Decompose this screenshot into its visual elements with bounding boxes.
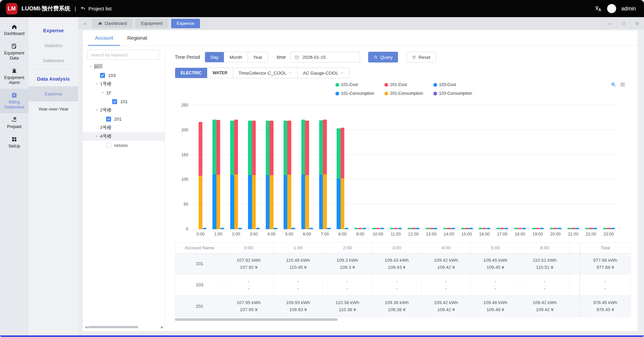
tree-node-2号楼[interactable]: 2号楼 — [87, 106, 160, 115]
sidebar-item-billing-settlement[interactable]: Billing Settlement — [0, 89, 29, 113]
bar-segment[interactable] — [443, 228, 447, 229]
bar-segment[interactable] — [362, 228, 366, 229]
bar-segment[interactable] — [469, 228, 473, 229]
bar-segment[interactable] — [611, 228, 615, 229]
tree-node-3号楼[interactable]: 3号楼 — [87, 123, 160, 132]
reset-button[interactable]: Reset — [406, 52, 436, 62]
bar-segment[interactable] — [323, 120, 327, 174]
translate-icon[interactable] — [595, 5, 602, 12]
bar-segment[interactable] — [266, 121, 270, 175]
bar-segment[interactable] — [309, 228, 313, 229]
bar-segment[interactable] — [429, 228, 433, 229]
dropdown-ac-gauge-cool[interactable]: AC Gauge-COOL — [297, 68, 349, 78]
legend-item-101-cost[interactable]: 101-Cost — [335, 82, 384, 88]
user-avatar[interactable] — [607, 4, 616, 13]
bar-segment[interactable] — [301, 120, 305, 174]
sidebar-item-dashboard[interactable]: Dashboard — [0, 20, 29, 40]
bar-segment[interactable] — [500, 228, 504, 229]
bar-segment[interactable] — [319, 175, 323, 229]
bar-segment[interactable] — [376, 228, 380, 229]
tree-node-1号楼[interactable]: 1号楼 — [87, 80, 160, 88]
bar-segment[interactable] — [461, 228, 465, 229]
tree-node-1f[interactable]: 1F — [87, 88, 160, 97]
bar-segment[interactable] — [284, 175, 288, 229]
bar-segment[interactable] — [465, 228, 469, 229]
bar-segment[interactable] — [496, 228, 500, 229]
bar-segment[interactable] — [230, 121, 234, 175]
bar-segment[interactable] — [269, 175, 274, 229]
tabs-scroll-left-icon[interactable]: « — [80, 20, 90, 27]
tree-node-101[interactable]: 101 — [87, 97, 160, 106]
scroll-thumb[interactable] — [88, 326, 138, 328]
bar-segment[interactable] — [415, 228, 419, 229]
bar-segment[interactable] — [345, 228, 349, 229]
bar-segment[interactable] — [248, 175, 252, 229]
sidebar-item-equipment-data[interactable]: Equipment Data — [0, 40, 29, 64]
table-hscrollbar-thumb[interactable] — [175, 318, 338, 321]
bar-segment[interactable] — [603, 228, 607, 229]
bar-segment[interactable] — [319, 120, 323, 175]
bar-segment[interactable] — [514, 228, 518, 229]
period-month-button[interactable]: Month — [224, 52, 248, 62]
bar-segment[interactable] — [536, 228, 540, 229]
bar-segment[interactable] — [553, 228, 557, 229]
bar-segment[interactable] — [341, 178, 345, 229]
bar-segment[interactable] — [274, 228, 278, 229]
tree-checkbox-103[interactable] — [100, 73, 105, 78]
tree-checkbox-201[interactable] — [106, 117, 111, 122]
bar-segment[interactable] — [337, 179, 341, 229]
bar-segment[interactable] — [234, 174, 238, 229]
sidebar-item-prepaid[interactable]: Prepaid — [0, 113, 29, 133]
bar-segment[interactable] — [220, 228, 225, 229]
filter-water-button[interactable]: WATER — [207, 68, 233, 78]
bar-segment[interactable] — [301, 174, 305, 229]
legend-item-103-cost[interactable]: 103-Cost — [433, 82, 482, 88]
tree-node-103[interactable]: 103 — [87, 71, 160, 80]
bar-segment[interactable] — [394, 228, 398, 229]
bar-segment[interactable] — [483, 228, 487, 229]
tree-node-园区[interactable]: 园区 — [87, 62, 160, 71]
period-year-button[interactable]: Year — [248, 52, 268, 62]
bar-segment[interactable] — [212, 120, 216, 174]
dropdown-timecollector-c-cool[interactable]: TimeCollector-C_COOL — [233, 68, 297, 78]
strip-tab-expense[interactable]: Expense — [171, 19, 200, 28]
bar-segment[interactable] — [252, 121, 256, 175]
bar-segment[interactable] — [284, 121, 288, 175]
bar-segment[interactable] — [607, 228, 611, 229]
bar-segment[interactable] — [575, 228, 579, 229]
bar-segment[interactable] — [216, 120, 220, 174]
tree-node-ssssss[interactable]: ssssss — [87, 141, 160, 150]
bar-segment[interactable] — [518, 228, 522, 229]
bar-segment[interactable] — [199, 122, 203, 175]
bar-segment[interactable] — [571, 228, 575, 229]
bar-segment[interactable] — [238, 228, 242, 229]
zoom-in-icon[interactable] — [610, 82, 616, 87]
bar-segment[interactable] — [256, 228, 260, 229]
bar-segment[interactable] — [269, 121, 274, 175]
bar-segment[interactable] — [398, 228, 402, 229]
tree-checkbox-101[interactable] — [112, 99, 117, 104]
bar-segment[interactable] — [426, 228, 430, 229]
bar-segment[interactable] — [287, 121, 291, 175]
table-row-103[interactable]: 103---------------- — [175, 275, 631, 296]
bar-segment[interactable] — [354, 228, 358, 229]
tree-caret-icon[interactable] — [93, 109, 100, 112]
bar-segment[interactable] — [504, 228, 508, 229]
bar-segment[interactable] — [408, 228, 412, 229]
legend-item-103-consumption[interactable]: 103-Consumption — [433, 90, 482, 96]
bar-segment[interactable] — [230, 175, 234, 229]
bar-segment[interactable] — [327, 228, 331, 229]
bar-segment[interactable] — [585, 228, 589, 229]
bar-segment[interactable] — [216, 175, 220, 229]
project-list-link[interactable]: Project list — [80, 6, 111, 11]
bar-segment[interactable] — [234, 120, 238, 174]
legend-item-201-consumption[interactable]: 201-Consumption — [384, 90, 433, 96]
table-row-101[interactable]: 101107.92 kWh107.92 ¥110.45 kWh110.45 ¥1… — [175, 253, 631, 275]
bar-segment[interactable] — [550, 228, 554, 229]
strip-tab-equipment[interactable]: Equipment — [135, 19, 168, 28]
tree-checkbox-ssssss[interactable] — [106, 143, 111, 148]
bar-segment[interactable] — [447, 228, 451, 229]
submenu-item-year-over-year[interactable]: Year-over-Year — [29, 101, 78, 117]
query-button[interactable]: Query — [368, 52, 398, 62]
bar-segment[interactable] — [567, 228, 572, 229]
